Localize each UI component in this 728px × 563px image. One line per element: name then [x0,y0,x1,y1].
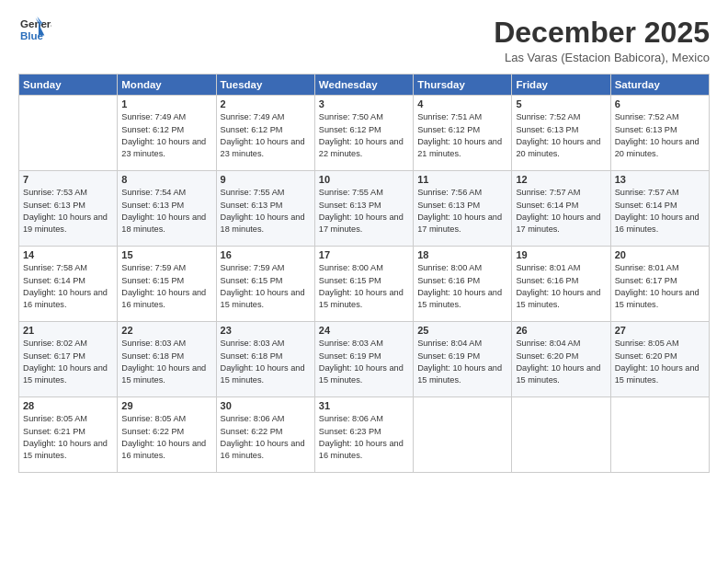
day-number: 23 [221,325,311,336]
calendar-cell: 12Sunrise: 7:57 AMSunset: 6:14 PMDayligh… [512,171,610,247]
col-tuesday: Tuesday [216,75,314,96]
day-number: 16 [221,249,311,260]
col-friday: Friday [512,75,610,96]
cell-info: Sunrise: 8:01 AMSunset: 6:17 PMDaylight:… [615,262,705,311]
calendar-cell: 28Sunrise: 8:05 AMSunset: 6:21 PMDayligh… [19,397,118,473]
title-block: December 2025 Las Varas (Estacion Babico… [494,17,710,64]
cell-info: Sunrise: 8:01 AMSunset: 6:16 PMDaylight:… [516,262,606,311]
col-wednesday: Wednesday [314,75,413,96]
day-number: 31 [319,400,409,411]
day-number: 5 [516,98,606,109]
calendar-week-5: 28Sunrise: 8:05 AMSunset: 6:21 PMDayligh… [19,397,710,473]
calendar-cell: 9Sunrise: 7:55 AMSunset: 6:13 PMDaylight… [216,171,314,247]
cell-info: Sunrise: 8:03 AMSunset: 6:19 PMDaylight:… [319,338,409,386]
day-number: 24 [319,325,409,336]
page: General Blue December 2025 Las Varas (Es… [0,0,728,563]
day-number: 17 [319,249,409,260]
day-number: 21 [23,325,113,336]
cell-info: Sunrise: 8:05 AMSunset: 6:20 PMDaylight:… [615,338,705,386]
col-monday: Monday [118,75,216,96]
day-number: 13 [615,174,705,185]
day-number: 27 [615,325,705,336]
day-number: 18 [417,249,507,260]
calendar-cell [19,96,118,171]
cell-info: Sunrise: 7:49 AMSunset: 6:12 PMDaylight:… [121,111,211,160]
calendar-cell: 23Sunrise: 8:03 AMSunset: 6:18 PMDayligh… [216,322,314,397]
cell-info: Sunrise: 7:51 AMSunset: 6:12 PMDaylight:… [417,111,507,160]
cell-info: Sunrise: 7:58 AMSunset: 6:14 PMDaylight:… [23,262,113,311]
day-number: 19 [516,249,606,260]
calendar-cell: 14Sunrise: 7:58 AMSunset: 6:14 PMDayligh… [19,247,118,322]
cell-info: Sunrise: 7:59 AMSunset: 6:15 PMDaylight:… [221,262,311,311]
cell-info: Sunrise: 8:00 AMSunset: 6:16 PMDaylight:… [417,262,507,311]
cell-info: Sunrise: 7:53 AMSunset: 6:13 PMDaylight:… [23,187,113,236]
day-number: 20 [615,249,705,260]
day-number: 22 [121,325,211,336]
day-number: 30 [221,400,311,411]
cell-info: Sunrise: 8:04 AMSunset: 6:20 PMDaylight:… [516,338,606,386]
day-number: 28 [23,400,113,411]
cell-info: Sunrise: 8:06 AMSunset: 6:22 PMDaylight:… [221,413,311,462]
col-thursday: Thursday [414,75,512,96]
cell-info: Sunrise: 7:57 AMSunset: 6:14 PMDaylight:… [516,187,606,236]
calendar-week-4: 21Sunrise: 8:02 AMSunset: 6:17 PMDayligh… [19,322,710,397]
calendar-cell: 11Sunrise: 7:56 AMSunset: 6:13 PMDayligh… [414,171,512,247]
col-sunday: Sunday [19,75,118,96]
calendar-cell: 15Sunrise: 7:59 AMSunset: 6:15 PMDayligh… [118,247,216,322]
calendar-cell: 4Sunrise: 7:51 AMSunset: 6:12 PMDaylight… [414,96,512,171]
cell-info: Sunrise: 8:06 AMSunset: 6:23 PMDaylight:… [319,413,409,462]
day-number: 8 [121,174,211,185]
calendar-cell: 19Sunrise: 8:01 AMSunset: 6:16 PMDayligh… [512,247,610,322]
calendar-cell: 22Sunrise: 8:03 AMSunset: 6:18 PMDayligh… [118,322,216,397]
day-number: 12 [516,174,606,185]
calendar-cell [610,397,709,473]
calendar-cell: 31Sunrise: 8:06 AMSunset: 6:23 PMDayligh… [314,397,413,473]
calendar-table: Sunday Monday Tuesday Wednesday Thursday… [18,74,710,473]
cell-info: Sunrise: 7:54 AMSunset: 6:13 PMDaylight:… [121,187,211,236]
calendar-cell: 29Sunrise: 8:05 AMSunset: 6:22 PMDayligh… [118,397,216,473]
day-number: 4 [417,98,507,109]
day-number: 25 [417,325,507,336]
calendar-cell: 20Sunrise: 8:01 AMSunset: 6:17 PMDayligh… [610,247,709,322]
col-saturday: Saturday [610,75,709,96]
day-number: 15 [121,249,211,260]
calendar-cell: 5Sunrise: 7:52 AMSunset: 6:13 PMDaylight… [512,96,610,171]
day-number: 6 [615,98,705,109]
cell-info: Sunrise: 7:52 AMSunset: 6:13 PMDaylight:… [516,111,606,160]
calendar-cell: 1Sunrise: 7:49 AMSunset: 6:12 PMDaylight… [118,96,216,171]
cell-info: Sunrise: 8:05 AMSunset: 6:22 PMDaylight:… [121,413,211,462]
calendar-cell: 6Sunrise: 7:52 AMSunset: 6:13 PMDaylight… [610,96,709,171]
calendar-cell [414,397,512,473]
calendar-cell: 8Sunrise: 7:54 AMSunset: 6:13 PMDaylight… [118,171,216,247]
calendar-week-1: 1Sunrise: 7:49 AMSunset: 6:12 PMDaylight… [19,96,710,171]
calendar-week-2: 7Sunrise: 7:53 AMSunset: 6:13 PMDaylight… [19,171,710,247]
cell-info: Sunrise: 7:57 AMSunset: 6:14 PMDaylight:… [615,187,705,236]
calendar-cell: 17Sunrise: 8:00 AMSunset: 6:15 PMDayligh… [314,247,413,322]
calendar-cell: 10Sunrise: 7:55 AMSunset: 6:13 PMDayligh… [314,171,413,247]
cell-info: Sunrise: 8:03 AMSunset: 6:18 PMDaylight:… [121,338,211,386]
calendar-cell: 26Sunrise: 8:04 AMSunset: 6:20 PMDayligh… [512,322,610,397]
calendar-header-row: Sunday Monday Tuesday Wednesday Thursday… [19,75,710,96]
logo-icon: General Blue [18,17,51,46]
cell-info: Sunrise: 8:00 AMSunset: 6:15 PMDaylight:… [319,262,409,311]
cell-info: Sunrise: 7:49 AMSunset: 6:12 PMDaylight:… [221,111,311,160]
calendar-cell: 30Sunrise: 8:06 AMSunset: 6:22 PMDayligh… [216,397,314,473]
calendar-cell: 7Sunrise: 7:53 AMSunset: 6:13 PMDaylight… [19,171,118,247]
calendar-cell [512,397,610,473]
day-number: 3 [319,98,409,109]
month-title: December 2025 [494,17,710,49]
cell-info: Sunrise: 8:02 AMSunset: 6:17 PMDaylight:… [23,338,113,386]
day-number: 11 [417,174,507,185]
day-number: 14 [23,249,113,260]
svg-text:General: General [20,18,51,29]
cell-info: Sunrise: 7:50 AMSunset: 6:12 PMDaylight:… [319,111,409,160]
day-number: 9 [221,174,311,185]
calendar-cell: 3Sunrise: 7:50 AMSunset: 6:12 PMDaylight… [314,96,413,171]
calendar-week-3: 14Sunrise: 7:58 AMSunset: 6:14 PMDayligh… [19,247,710,322]
day-number: 26 [516,325,606,336]
calendar-cell: 25Sunrise: 8:04 AMSunset: 6:19 PMDayligh… [414,322,512,397]
day-number: 29 [121,400,211,411]
logo: General Blue [18,17,51,46]
calendar-cell: 2Sunrise: 7:49 AMSunset: 6:12 PMDaylight… [216,96,314,171]
cell-info: Sunrise: 8:04 AMSunset: 6:19 PMDaylight:… [417,338,507,386]
